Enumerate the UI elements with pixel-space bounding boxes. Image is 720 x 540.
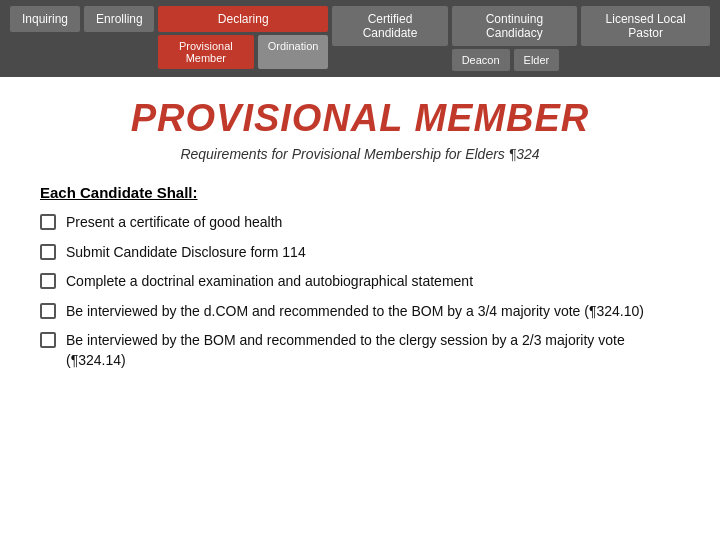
section-heading: Each Candidate Shall: bbox=[40, 184, 680, 201]
list-item-text: Present a certificate of good health bbox=[66, 213, 282, 233]
checkbox-icon[interactable] bbox=[40, 273, 56, 289]
checkbox-icon[interactable] bbox=[40, 303, 56, 319]
navigation-bar: Inquiring Enrolling Declaring Provisiona… bbox=[0, 0, 720, 77]
checkbox-icon[interactable] bbox=[40, 214, 56, 230]
list-item: Complete a doctrinal examination and aut… bbox=[40, 272, 680, 292]
list-item-text: Be interviewed by the BOM and recommende… bbox=[66, 331, 680, 370]
list-item: Be interviewed by the BOM and recommende… bbox=[40, 331, 680, 370]
main-content: PROVISIONAL MEMBER Requirements for Prov… bbox=[0, 77, 720, 401]
list-item-text: Be interviewed by the d.COM and recommen… bbox=[66, 302, 644, 322]
nav-sub-elder[interactable]: Elder bbox=[514, 49, 560, 71]
nav-sub-deacon[interactable]: Deacon bbox=[452, 49, 510, 71]
nav-continuing-group: Continuing Candidacy Deacon Elder bbox=[452, 6, 578, 71]
nav-item-licensed[interactable]: Licensed Local Pastor bbox=[581, 6, 710, 46]
requirements-list: Present a certificate of good healthSubm… bbox=[40, 213, 680, 371]
list-item-text: Submit Candidate Disclosure form 114 bbox=[66, 243, 306, 263]
nav-item-continuing[interactable]: Continuing Candidacy bbox=[452, 6, 578, 46]
checkbox-icon[interactable] bbox=[40, 244, 56, 260]
nav-item-certified[interactable]: Certified Candidate bbox=[332, 6, 447, 46]
list-item: Present a certificate of good health bbox=[40, 213, 680, 233]
list-item: Be interviewed by the d.COM and recommen… bbox=[40, 302, 680, 322]
nav-item-enrolling[interactable]: Enrolling bbox=[84, 6, 154, 32]
list-item-text: Complete a doctrinal examination and aut… bbox=[66, 272, 473, 292]
nav-sub-provisional-member[interactable]: Provisional Member bbox=[158, 35, 254, 69]
nav-declaring-group: Declaring Provisional Member Ordination bbox=[158, 6, 328, 69]
nav-item-declaring[interactable]: Declaring bbox=[158, 6, 328, 32]
nav-sub-ordination[interactable]: Ordination bbox=[258, 35, 329, 69]
checkbox-icon[interactable] bbox=[40, 332, 56, 348]
list-item: Submit Candidate Disclosure form 114 bbox=[40, 243, 680, 263]
page-subtitle: Requirements for Provisional Membership … bbox=[40, 146, 680, 162]
nav-item-inquiring[interactable]: Inquiring bbox=[10, 6, 80, 32]
page-title: PROVISIONAL MEMBER bbox=[40, 97, 680, 140]
